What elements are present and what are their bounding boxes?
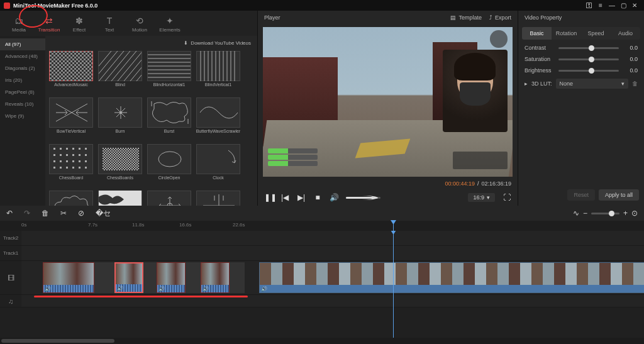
- transition-thumb[interactable]: Cloud: [48, 191, 94, 206]
- zoom-in-button[interactable]: +: [623, 209, 628, 218]
- transition-preview: [98, 144, 142, 174]
- zoom-fit-button[interactable]: ⊙: [631, 209, 638, 218]
- category-item[interactable]: Advanced (48): [0, 50, 45, 62]
- timeline-clip[interactable]: 🔊: [114, 262, 143, 293]
- aspect-selector[interactable]: 16:9 ▾: [468, 193, 495, 202]
- ruler-tick: 22.6s: [233, 222, 245, 228]
- saturation-slider[interactable]: [558, 58, 619, 60]
- stop-button[interactable]: ■: [313, 193, 322, 202]
- transition-thumb[interactable]: Clock: [195, 144, 242, 188]
- transition-preview: [49, 51, 93, 81]
- zoom-out-button[interactable]: −: [583, 209, 587, 218]
- transition-thumb[interactable]: Cross: [195, 191, 242, 206]
- crop-button[interactable]: �セ: [96, 208, 111, 219]
- volume-icon[interactable]: 🔊: [330, 193, 338, 202]
- tool-tab-transition[interactable]: ⇄Transition: [34, 12, 64, 36]
- timeline-clip[interactable]: 🔊: [157, 262, 186, 293]
- split-button[interactable]: ✂: [60, 209, 67, 218]
- timeline-hscroll[interactable]: [0, 338, 644, 344]
- prop-label: Saturation: [525, 56, 555, 62]
- category-item[interactable]: Diagonals (2): [0, 62, 45, 74]
- category-item[interactable]: PagePeel (8): [0, 86, 45, 98]
- next-frame-button[interactable]: ▶|: [297, 193, 306, 202]
- transition-thumb[interactable]: BowTieVertical: [48, 97, 94, 141]
- play-button[interactable]: ❚❚: [264, 193, 273, 202]
- video-preview[interactable]: [263, 27, 513, 177]
- redo-button[interactable]: ↷: [24, 209, 30, 218]
- waveform-icon[interactable]: ∿: [573, 209, 579, 218]
- template-icon: ▤: [450, 14, 456, 21]
- transition-preview: [147, 191, 191, 206]
- tool-tab-effect[interactable]: ✽Effect: [64, 12, 94, 36]
- brightness-slider[interactable]: [558, 70, 619, 72]
- svg-line-36: [121, 113, 125, 117]
- transition-preview: [147, 144, 191, 174]
- transition-slot[interactable]: [94, 262, 114, 293]
- prev-frame-button[interactable]: |◀: [280, 193, 289, 202]
- tool-tab-media[interactable]: 🗂Media: [4, 12, 34, 36]
- transition-preview: [196, 191, 240, 206]
- tool-tab-motion[interactable]: ⟲Motion: [125, 12, 155, 36]
- prop-tab-audio[interactable]: Audio: [611, 27, 640, 40]
- ruler-tick: 7.7s: [88, 222, 97, 228]
- contrast-slider[interactable]: [558, 47, 619, 49]
- transition-slot[interactable]: [230, 262, 245, 293]
- trash-icon[interactable]: 🗑: [632, 80, 638, 87]
- lut-select[interactable]: None ▾: [556, 79, 628, 89]
- transition-preview: [98, 97, 142, 128]
- menu-icon[interactable]: ≡: [595, 2, 606, 9]
- timeline-clip[interactable]: 🔊: [43, 262, 94, 293]
- timeline-clip[interactable]: 🔊: [259, 262, 644, 293]
- tool-tab-elements[interactable]: ✦Elements: [155, 12, 185, 36]
- undo-button[interactable]: ↶: [6, 209, 13, 218]
- speed-button[interactable]: ⊘: [78, 209, 84, 218]
- minimize-button[interactable]: —: [606, 2, 618, 9]
- delete-button[interactable]: 🗑: [42, 209, 49, 218]
- playhead[interactable]: [393, 221, 394, 231]
- template-button[interactable]: ▤ Template: [450, 14, 482, 21]
- export-button[interactable]: ⤴ Export: [489, 14, 511, 21]
- transition-thumb[interactable]: CircleOpen: [146, 144, 192, 188]
- fullscreen-button[interactable]: ⛶: [502, 193, 511, 202]
- transition-thumb[interactable]: ChessBoard: [48, 144, 94, 188]
- category-item[interactable]: Iris (20): [0, 74, 45, 86]
- transition-thumb[interactable]: Blind: [97, 51, 143, 95]
- transition-thumb[interactable]: CrazyParametricFun: [146, 191, 192, 206]
- prop-tab-rotation[interactable]: Rotation: [552, 27, 581, 40]
- tool-tab-text[interactable]: TText: [94, 12, 125, 36]
- prop-tab-basic[interactable]: Basic: [522, 27, 552, 40]
- key-icon[interactable]: ⚿: [584, 2, 595, 9]
- timeline-clip[interactable]: 🔊: [201, 262, 230, 293]
- zoom-slider[interactable]: [591, 213, 619, 214]
- chevron-down-icon: ▾: [621, 80, 625, 87]
- transition-slot[interactable]: [186, 262, 201, 293]
- transition-thumb[interactable]: Burn: [97, 97, 143, 141]
- download-youtube-link[interactable]: ⬇ Download YouTube Videos: [45, 36, 257, 50]
- download-icon: ⬇: [184, 40, 188, 46]
- hud-squad: [268, 148, 318, 169]
- prop-tab-speed[interactable]: Speed: [581, 27, 611, 40]
- category-item[interactable]: Reveals (10): [0, 98, 45, 110]
- volume-slider[interactable]: [346, 197, 380, 199]
- transition-thumb[interactable]: ButterflyWaveScrawler: [195, 97, 242, 141]
- category-item[interactable]: Wipe (9): [0, 110, 45, 122]
- transition-preview: [49, 191, 93, 206]
- playhead-line[interactable]: [393, 231, 394, 338]
- annotation-underline: [34, 296, 248, 297]
- category-item[interactable]: All (97): [0, 38, 45, 50]
- transition-thumb[interactable]: ChessBoards: [97, 144, 143, 188]
- reset-button[interactable]: Reset: [567, 189, 595, 201]
- transition-thumb[interactable]: AdvancedMosaic: [48, 51, 94, 95]
- transition-label: Burn: [116, 129, 125, 133]
- close-button[interactable]: ✕: [629, 2, 640, 9]
- transition-thumb[interactable]: Burst: [146, 97, 192, 141]
- time-sep: /: [477, 180, 479, 187]
- transition-slot[interactable]: [143, 262, 157, 293]
- transition-thumb[interactable]: BlindHorizontal1: [146, 51, 192, 95]
- transition-thumb[interactable]: ColourDistance: [97, 191, 143, 206]
- transition-preview: [196, 51, 240, 81]
- apply-all-button[interactable]: Apply to all: [599, 189, 639, 201]
- transition-thumb[interactable]: BlindVertical1: [195, 51, 242, 95]
- chevron-right-icon[interactable]: ▸: [525, 80, 528, 87]
- maximize-button[interactable]: ▢: [618, 2, 629, 9]
